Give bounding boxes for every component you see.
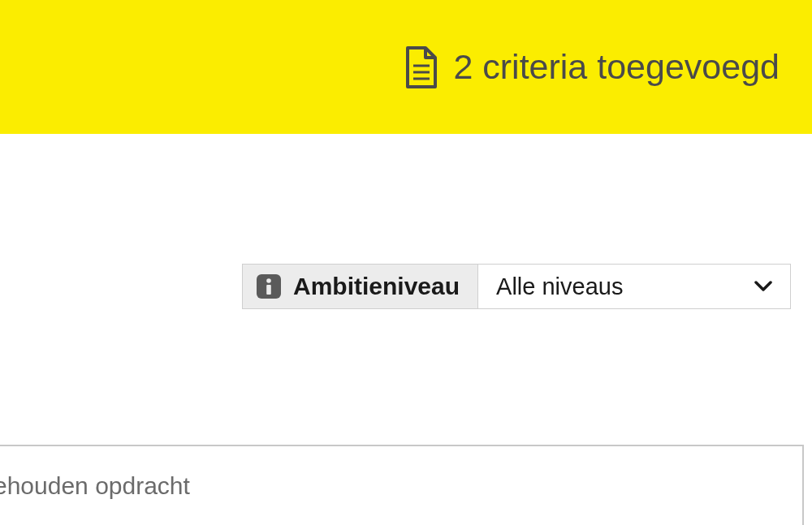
criteria-header-bar: 2 criteria toegevoegd — [0, 0, 812, 134]
ambition-level-select[interactable]: Alle niveaus — [478, 264, 791, 309]
chevron-down-icon — [754, 281, 772, 292]
svg-rect-5 — [266, 285, 271, 295]
criteria-count-text: 2 criteria toegevoegd — [453, 47, 780, 87]
svg-point-4 — [266, 278, 271, 283]
info-icon[interactable] — [256, 273, 282, 299]
assignment-box: ehouden opdracht — [0, 445, 804, 525]
ambition-level-filter: Ambitieniveau Alle niveaus — [242, 264, 791, 309]
ambition-level-selected-value: Alle niveaus — [496, 273, 623, 300]
criteria-header-content: 2 criteria toegevoegd — [403, 46, 780, 88]
ambition-level-label: Ambitieniveau — [293, 273, 460, 300]
assignment-text: ehouden opdracht — [0, 472, 190, 499]
ambition-level-label-box: Ambitieniveau — [242, 264, 478, 309]
document-icon — [403, 46, 437, 88]
